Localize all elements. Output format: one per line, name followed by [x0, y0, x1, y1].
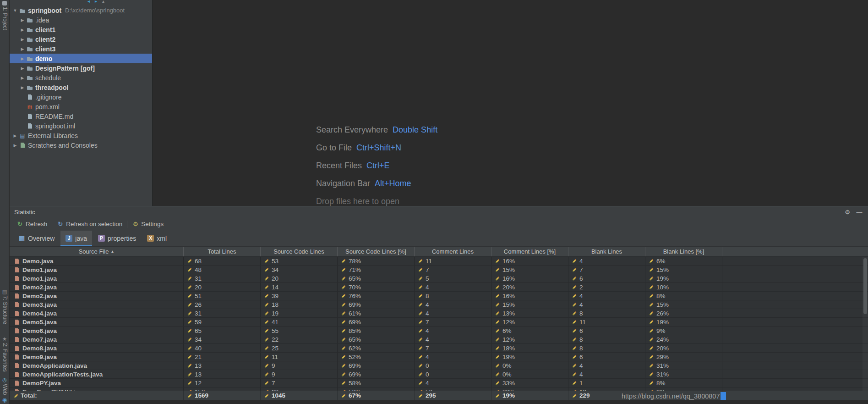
event-circle-icon[interactable]: ◉ [2, 397, 7, 403]
tree-item-springboot-iml[interactable]: springboot.iml [10, 121, 152, 131]
stripe-button-structure[interactable]: 7: Structure [2, 296, 8, 324]
shortcut-keys: Ctrl+Shift+N [356, 143, 401, 153]
tab-label: xml [157, 235, 167, 242]
stripe-button-favorites[interactable]: 2: Favorites [2, 343, 8, 372]
tree-item-pom-xml[interactable]: pom.xml [10, 102, 152, 111]
tree-item-client3[interactable]: ▶client3 [10, 44, 152, 54]
editor-area[interactable]: Search Everywhere Double Shift Go to Fil… [153, 0, 868, 206]
tab-properties[interactable]: properties [93, 231, 141, 246]
expand-arrow-icon[interactable]: ▶ [11, 133, 19, 138]
tree-item-client2[interactable]: ▶client2 [10, 34, 152, 44]
chevron-up-icon[interactable]: ▴ [102, 0, 104, 4]
cell-value: 26% [656, 310, 669, 317]
tree-item-label: client2 [35, 36, 55, 43]
table-row-demo5-java[interactable]: Demo5.java594169%712%1119% [10, 318, 868, 327]
tree-item-springboot[interactable]: ▼springbootD:\xc\demo\springboot [10, 6, 152, 15]
table-row-demo1-java[interactable]: Demo1.java483471%715%715% [10, 266, 868, 274]
star-icon[interactable]: ★ [2, 336, 7, 342]
column-header-source-code-lines[interactable]: Source Code Lines [261, 247, 338, 256]
tab-xml[interactable]: xml [142, 231, 172, 246]
pencil-icon [649, 337, 654, 342]
column-header-source-file[interactable]: Source File▲ [10, 247, 184, 256]
table-cell: 9 [261, 361, 338, 370]
table-cell: 21 [184, 353, 261, 361]
structure-icon[interactable]: ▤ [2, 289, 7, 294]
cell-value: 7 [579, 266, 583, 273]
expand-arrow-icon[interactable]: ▶ [19, 47, 26, 51]
tree-item-schedule[interactable]: ▶schedule [10, 73, 152, 83]
table-row-demoapplicationtests-java[interactable]: DemoApplicationTests.java13969%00%431% [10, 370, 868, 379]
tab-overview[interactable]: Overview [13, 231, 60, 246]
cell-value: 7 [426, 319, 429, 326]
back-arrow-icon[interactable]: ◂ [87, 0, 90, 4]
table-cell: 40 [184, 344, 261, 352]
table-row-demo8-java[interactable]: Demo8.java402562%718%820% [10, 344, 868, 353]
tree-item-scratches-and-consoles[interactable]: ▶Scratches and Consoles [10, 140, 152, 150]
table-row-demo9-java[interactable]: Demo9.java211152%419%629% [10, 353, 868, 361]
column-header-blank-lines[interactable]: Blank Lines [%] [645, 247, 722, 256]
table-cell: 12 [184, 379, 261, 387]
table-row-demo7-java[interactable]: Demo7.java342265%412%824% [10, 335, 868, 344]
stripe-button-web[interactable]: Web [2, 384, 8, 395]
gear-icon[interactable]: ⚙ [843, 209, 852, 216]
expand-arrow-icon[interactable]: ▶ [19, 56, 26, 61]
table-cell: 48 [184, 266, 261, 274]
globe-icon[interactable]: ◎ [2, 377, 7, 382]
minimize-icon[interactable]: — [855, 209, 863, 216]
table-row-demo1-java[interactable]: Demo1.java312065%516%619% [10, 274, 868, 283]
expand-arrow-icon[interactable]: ▶ [19, 28, 26, 32]
tree-item-external-libraries[interactable]: ▶External Libraries [10, 131, 152, 140]
table-row-demopy-java[interactable]: DemoPY.java12758%433%18% [10, 379, 868, 387]
column-header-source-code-lines[interactable]: Source Code Lines [%] [338, 247, 415, 256]
table-row-demo2-java[interactable]: Demo2.java201470%420%210% [10, 283, 868, 292]
table-row-demo2-java[interactable]: Demo2.java513976%816%48% [10, 292, 868, 300]
table-row-demo3-java[interactable]: Demo3.java261869%415%415% [10, 300, 868, 309]
tree-item-designpattern-gof[interactable]: ▶DesignPattern [gof] [10, 63, 152, 73]
scrollbar-thumb[interactable] [863, 258, 867, 314]
tree-item-idea[interactable]: ▶.idea [10, 15, 152, 25]
tree-item-demo[interactable]: ▶demo [10, 54, 152, 63]
table-cell: 85% [338, 327, 415, 335]
cell-value: 1 [579, 380, 583, 387]
table-row-demo6-java[interactable]: Demo6.java655585%46%69% [10, 327, 868, 335]
table-row-demo4-java[interactable]: Demo4.java311961%413%826% [10, 309, 868, 318]
tree-item-threadpool[interactable]: ▶threadpool [10, 83, 152, 92]
expand-arrow-icon[interactable]: ▶ [19, 76, 26, 80]
pencil-icon [495, 380, 500, 386]
expand-arrow-icon[interactable]: ▶ [11, 143, 19, 148]
table-row-demoapplication-java[interactable]: DemoApplication.java13969%00%431% [10, 361, 868, 370]
row-filler [722, 344, 868, 352]
refresh-on-selection-button[interactable]: Refresh on selection [54, 220, 126, 228]
row-filler [722, 309, 868, 317]
column-header-comment-lines[interactable]: Comment Lines [%] [491, 247, 568, 256]
table-row-easyexcelfillutil-java[interactable]: EasyExcelFillUtil.java1589258%5233%139% [10, 387, 868, 391]
expand-arrow-icon[interactable]: ▶ [19, 18, 26, 22]
expand-arrow-icon[interactable]: ▶ [19, 37, 26, 42]
tree-item-readme-md[interactable]: README.md [10, 111, 152, 121]
table-row-demo-java[interactable]: Demo.java685378%1116%46% [10, 257, 868, 266]
forward-arrow-icon[interactable]: ▸ [95, 0, 97, 4]
table-cell: 52 [415, 387, 491, 391]
refresh-button[interactable]: Refresh [13, 220, 50, 228]
project-tool-icon[interactable] [2, 1, 7, 6]
column-header-total-lines[interactable]: Total Lines [184, 247, 261, 256]
table-cell: 69% [338, 300, 415, 309]
settings-button[interactable]: Settings [129, 220, 167, 228]
java-file-icon [13, 301, 21, 308]
column-header-blank-lines[interactable]: Blank Lines [568, 247, 645, 256]
table-cell: 26% [645, 309, 722, 317]
stripe-button-project[interactable]: 1: Project [2, 7, 8, 30]
tab-java[interactable]: java [60, 231, 92, 246]
table-cell: 6 [568, 327, 645, 335]
expand-arrow-icon[interactable]: ▼ [11, 8, 19, 13]
shortcut-keys: Double Shift [393, 125, 437, 135]
table-cell: 11 [568, 318, 645, 326]
tree-item-client1[interactable]: ▶client1 [10, 25, 152, 34]
pencil-icon [495, 389, 500, 391]
cell-value: 59 [195, 319, 202, 326]
expand-arrow-icon[interactable]: ▶ [19, 66, 26, 71]
column-header-comment-lines[interactable]: Comment Lines [415, 247, 491, 256]
tree-item-gitignore[interactable]: .gitignore [10, 92, 152, 102]
expand-arrow-icon[interactable]: ▶ [19, 85, 26, 90]
table-cell: 16% [491, 274, 568, 282]
